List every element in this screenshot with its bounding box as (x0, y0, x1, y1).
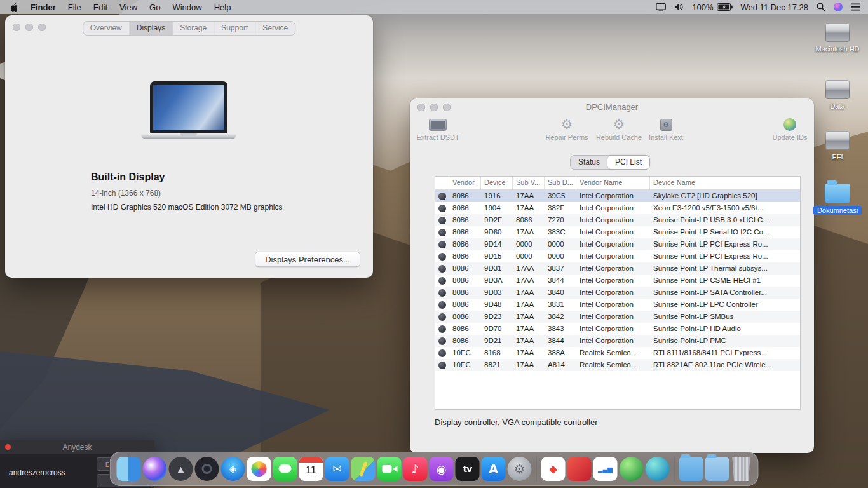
dock-app-dark-icon[interactable] (195, 457, 219, 481)
segment-pci-list[interactable]: PCI List (607, 156, 649, 169)
pci-cell: Realtek Semico... (576, 347, 650, 359)
close-button[interactable] (13, 24, 20, 31)
dock-app-teal-icon[interactable] (646, 457, 670, 481)
pci-row[interactable]: 80869D1400000000Intel CorporationSunrise… (435, 238, 800, 250)
pci-cell: 0000 (513, 238, 545, 250)
column-header-device[interactable]: Device (481, 177, 513, 189)
pci-row[interactable]: 80869D2117AA3844Intel CorporationSunrise… (435, 335, 800, 347)
desktop-icon-dokumnetasi[interactable]: Dokumnetasi (811, 184, 864, 215)
pci-row[interactable]: 80869D2F80867270Intel CorporationSunrise… (435, 214, 800, 226)
menu-view[interactable]: View (119, 3, 137, 12)
pci-row[interactable]: 10EC816817AA388ARealtek Semico...RTL8111… (435, 347, 800, 359)
pci-row[interactable]: 80869D4817AA3831Intel CorporationSunrise… (435, 299, 800, 311)
pci-cell: 17AA (513, 335, 545, 347)
dock-finder-icon[interactable] (117, 457, 141, 481)
volume-icon[interactable] (674, 3, 684, 11)
dock-safari-icon[interactable] (221, 457, 245, 481)
menu-finder[interactable]: Finder (31, 3, 56, 12)
pci-row-icon-cell (435, 347, 449, 359)
battery-status[interactable]: 100% (692, 3, 732, 12)
menu-list-icon[interactable] (851, 3, 860, 11)
dock-stats-icon[interactable] (593, 457, 618, 481)
pci-device-icon (438, 325, 446, 333)
pci-row[interactable]: 8086191617AA39C5Intel CorporationSkylake… (435, 190, 800, 202)
dock-folder-downloads-icon[interactable] (705, 457, 729, 481)
update-ids-button[interactable]: Update IDs (771, 118, 809, 141)
menu-edit[interactable]: Edit (93, 3, 107, 12)
dock-maps-icon[interactable] (351, 457, 376, 481)
column-header-sub-d-[interactable]: Sub D... (545, 177, 576, 189)
segment-status[interactable]: Status (571, 156, 607, 169)
column-header-vendor[interactable]: Vendor (449, 177, 481, 189)
desktop-icon-macintosh-hd[interactable]: Macintosh HD (811, 23, 864, 53)
pci-cell: 9D48 (481, 299, 513, 311)
dock-facetime-icon[interactable] (377, 457, 402, 481)
column-header-device-name[interactable]: Device Name (650, 177, 800, 189)
tab-displays[interactable]: Displays (130, 22, 173, 35)
dock-trash-icon[interactable] (731, 457, 752, 481)
zoom-button[interactable] (38, 24, 46, 31)
pci-row[interactable]: 80869D6017AA383CIntel CorporationSunrise… (435, 226, 800, 238)
dock-tv-icon[interactable] (456, 457, 480, 481)
column-header-vendor-name[interactable]: Vendor Name (576, 177, 650, 189)
dock-anydesk-icon[interactable] (541, 457, 566, 481)
column-header-sub-v-[interactable]: Sub V... (513, 177, 545, 189)
tab-overview[interactable]: Overview (83, 22, 130, 35)
pci-row[interactable]: 80869D1500000000Intel CorporationSunrise… (435, 250, 800, 262)
pci-cell: 3837 (545, 262, 576, 274)
dock-app-red-icon[interactable] (567, 457, 592, 481)
dock-podcasts-icon[interactable] (430, 457, 454, 481)
install-kext-button[interactable]: Install Kext (644, 118, 688, 141)
siri-icon[interactable] (834, 3, 843, 11)
pci-cell: 3844 (545, 335, 576, 347)
repair-perms-button[interactable]: Repair Perms (543, 118, 590, 141)
pci-cell: 8086 (449, 226, 481, 238)
menu-window[interactable]: Window (172, 3, 201, 12)
pci-device-icon (438, 313, 446, 321)
macbook-screen (150, 81, 227, 133)
dock-folder-documents-icon[interactable] (679, 457, 703, 481)
battery-icon (717, 3, 733, 11)
dock-photos-icon[interactable] (247, 457, 271, 481)
extract-dsdt-button[interactable]: Extract DSDT (417, 118, 458, 141)
pci-row[interactable]: 80869D2317AA3842Intel CorporationSunrise… (435, 311, 800, 323)
pci-row[interactable]: 10EC882117AAA814Realtek Semico...RTL8821… (435, 359, 800, 371)
dock-calendar-icon[interactable]: 11 (299, 457, 323, 481)
dock-siri-icon[interactable] (143, 457, 167, 481)
dock-app-store-icon[interactable] (482, 457, 506, 481)
pci-cell: Intel Corporation (576, 238, 650, 250)
dock-messages-icon[interactable] (273, 457, 297, 481)
dock-launchpad-icon[interactable] (169, 457, 193, 481)
pci-row[interactable]: 80869D0317AA3840Intel CorporationSunrise… (435, 287, 800, 299)
spotlight-search-icon[interactable] (817, 3, 825, 11)
tab-service[interactable]: Service (255, 22, 295, 35)
pci-cell: RTL8111/8168/8411 PCI Express... (650, 347, 800, 359)
globe-sphere-icon (783, 118, 796, 131)
pci-cell: 9D31 (481, 262, 513, 274)
menu-bar-clock[interactable]: Wed 11 Dec 17.28 (741, 3, 808, 12)
dsdt-icon (429, 119, 447, 131)
minimize-button[interactable] (25, 24, 33, 31)
desktop-icon-data[interactable]: Data (811, 80, 864, 110)
tab-storage[interactable]: Storage (173, 22, 214, 35)
pci-row[interactable]: 8086190417AA382FIntel CorporationXeon E3… (435, 202, 800, 214)
displays-preferences-button[interactable]: Displays Preferences... (255, 252, 360, 267)
pci-row[interactable]: 80869D7017AA3843Intel CorporationSunrise… (435, 323, 800, 335)
dock-system-preferences-icon[interactable] (508, 457, 532, 481)
menu-file[interactable]: File (68, 3, 81, 12)
pci-cell: 17AA (513, 311, 545, 323)
pci-cell: 9D23 (481, 311, 513, 323)
tab-support[interactable]: Support (214, 22, 255, 35)
window-title: DPCIManager (410, 102, 814, 112)
apple-menu-icon[interactable] (10, 3, 18, 12)
menu-go[interactable]: Go (149, 3, 160, 12)
dock-music-icon[interactable] (403, 457, 428, 481)
rebuild-cache-button[interactable]: Rebuild Cache (595, 118, 643, 141)
dock-app-green-icon[interactable] (620, 457, 644, 481)
dock-mail-icon[interactable] (325, 457, 349, 481)
pci-row[interactable]: 80869D3A17AA3844Intel CorporationSunrise… (435, 274, 800, 287)
desktop-icon-efi[interactable]: EFI (811, 131, 864, 161)
display-mirroring-icon[interactable] (656, 3, 666, 11)
pci-row[interactable]: 80869D3117AA3837Intel CorporationSunrise… (435, 262, 800, 274)
menu-help[interactable]: Help (214, 3, 231, 12)
